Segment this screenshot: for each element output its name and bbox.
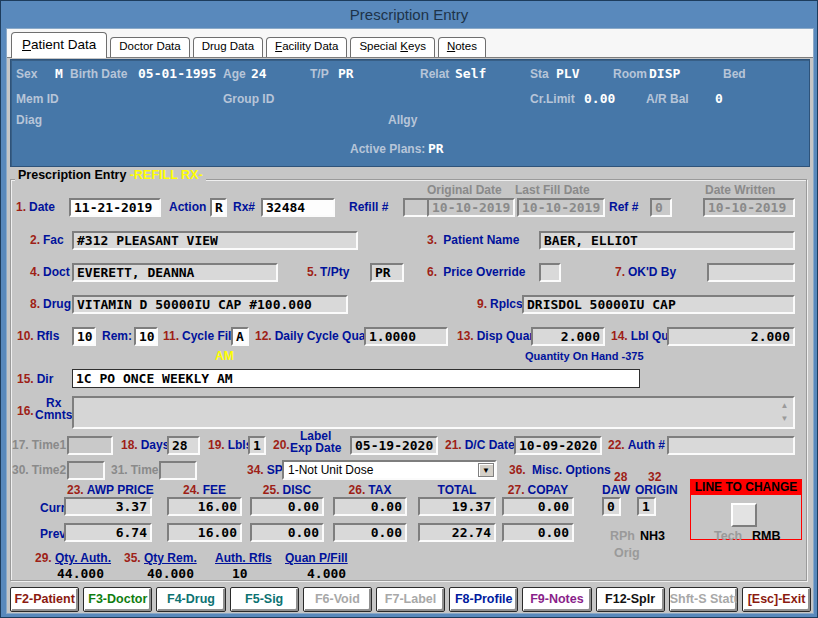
lbl-quan-field[interactable]: 2.000: [667, 327, 795, 346]
time1-label: 17.Time1: [12, 438, 66, 452]
scroll-up-icon[interactable]: ▲: [781, 401, 789, 410]
okd-by-field[interactable]: [707, 263, 795, 282]
refill-number-field[interactable]: [403, 198, 429, 217]
auth-number-label: 22.Auth #: [608, 438, 665, 452]
esc-exit-button[interactable]: [Esc]-Exit: [742, 587, 811, 612]
prev-fee-field: 16.00: [167, 523, 242, 542]
rfls-field[interactable]: 10: [72, 327, 96, 346]
lbls-field[interactable]: 1: [248, 436, 266, 455]
sex-value: M: [55, 66, 63, 81]
window-body: Patient Data Doctor Data Drug Data Facil…: [6, 28, 814, 614]
tab-patient-data[interactable]: Patient Data: [11, 32, 107, 58]
f4-drug-button[interactable]: F4-Drug: [156, 587, 225, 612]
prev-row-label: Prev: [40, 527, 66, 541]
relat-value: Self: [455, 66, 486, 81]
rem-field[interactable]: 10: [134, 327, 158, 346]
relat-label: Relat: [420, 67, 449, 81]
drug-field[interactable]: VITAMIN D 50000IU CAP #100.000: [72, 295, 348, 314]
label-exp-date-field[interactable]: 05-19-2020: [350, 436, 438, 455]
disc-header: 25.DISC: [250, 483, 324, 497]
prev-disc-field: 0.00: [250, 523, 324, 542]
dc-date-field[interactable]: 10-09-2020: [514, 436, 602, 455]
daw-field[interactable]: 0: [602, 497, 621, 516]
doctor-field[interactable]: EVERETT, DEANNA: [72, 263, 278, 282]
tab-notes[interactable]: Notes: [438, 37, 486, 57]
disp-quan-label: 13.Disp Quan: [457, 329, 537, 343]
qty-auth-label: 29. Qty. Auth.: [35, 551, 111, 565]
price-override-label: 6. Price Override: [427, 265, 525, 279]
group-title: Prescription Entry: [18, 168, 126, 182]
tp-label: T/P: [310, 67, 329, 81]
scroll-down-icon[interactable]: ▼: [781, 414, 789, 423]
dir-label: 15.Dir: [17, 372, 53, 386]
time3-label: 31.Time3: [111, 463, 165, 477]
date-field[interactable]: 11-21-2019: [69, 198, 161, 217]
curr-awp-field[interactable]: 3.37: [64, 497, 152, 516]
prev-tax-field: 0.00: [333, 523, 407, 542]
curr-copay-field[interactable]: 0.00: [502, 497, 574, 516]
curr-fee-field[interactable]: 16.00: [167, 497, 242, 516]
shft-s-status-button: Shft-S Status: [669, 587, 738, 612]
cycle-fill-label: 11.Cycle Fill: [163, 329, 235, 343]
prescription-form: Prescription Entry -REFILL RX- Original …: [7, 167, 815, 587]
daily-cycle-quan-field[interactable]: 1.0000: [364, 327, 448, 346]
patient-summary-panel: Sex M Birth Date 05-01-1995 Age 24 T/P P…: [10, 59, 810, 167]
rplcs-field[interactable]: DRISDOL 50000IU CAP: [522, 295, 795, 314]
allgy-label: Allgy: [388, 113, 417, 127]
curr-disc-field[interactable]: 0.00: [250, 497, 324, 516]
rx-cmnts-scrollbar[interactable]: ▲▼: [778, 399, 791, 425]
price-override-field[interactable]: [539, 263, 561, 282]
bed-label: Bed: [723, 67, 746, 81]
tab-strip: Patient Data Doctor Data Drug Data Facil…: [7, 29, 813, 58]
f2-patient-button[interactable]: F2-Patient: [10, 587, 79, 612]
okd-by-label: 7.OK'D By: [615, 265, 676, 279]
awp-price-header: 23.AWP PRICE: [67, 483, 153, 497]
window-title: Prescription Entry: [1, 1, 817, 28]
origin-num: 32: [648, 470, 664, 484]
tab-facility-data[interactable]: Facility Data: [266, 37, 347, 57]
tab-special-keys[interactable]: Special Keys: [350, 37, 435, 57]
rx-number-label: Rx#: [233, 200, 255, 214]
fac-label: 2.Fac: [30, 233, 64, 247]
tpty-field[interactable]: PR: [370, 263, 404, 282]
spi-dropdown[interactable]: 1-Not Unit Dose ▼: [282, 460, 497, 480]
days-field[interactable]: 28: [167, 436, 200, 455]
rplcs-label: 9.Rplcs: [477, 297, 523, 311]
tab-doctor-data[interactable]: Doctor Data: [110, 37, 189, 57]
f12-splr-button[interactable]: F12-Splr: [596, 587, 665, 612]
f7-label-button: F7-Label: [376, 587, 445, 612]
cycle-fill-field[interactable]: A: [231, 327, 249, 346]
dropdown-arrow-icon[interactable]: ▼: [478, 463, 494, 477]
last-fill-date-label: Last Fill Date: [515, 183, 590, 197]
date-written-field: 10-10-2019: [703, 198, 795, 217]
function-key-bar: F2-Patient F3-Doctor F4-Drug F5-Sig F6-V…: [10, 587, 811, 612]
tp-value: PR: [338, 66, 354, 81]
curr-tax-field[interactable]: 0.00: [333, 497, 407, 516]
auth-number-field[interactable]: [667, 436, 795, 455]
curr-row-label: Curr: [40, 501, 65, 515]
f8-profile-button[interactable]: F8-Profile: [449, 587, 518, 612]
patient-name-field[interactable]: BAER, ELLIOT: [539, 231, 795, 250]
tab-drug-data[interactable]: Drug Data: [193, 37, 263, 57]
f9-notes-button[interactable]: F9-Notes: [522, 587, 591, 612]
action-field[interactable]: R: [210, 198, 227, 217]
daily-cycle-quan-label: 12.Daily Cycle Quan: [255, 329, 373, 343]
dir-field[interactable]: 1C PO ONCE WEEKLY AM: [72, 369, 640, 388]
active-plans-value: PR: [428, 141, 444, 156]
original-date-field: 10-10-2019: [427, 198, 515, 217]
origin-field[interactable]: 1: [637, 497, 656, 516]
qty-auth-value: 44.000: [57, 566, 104, 581]
qty-rem-value: 40.000: [147, 566, 194, 581]
line-to-change-field[interactable]: [731, 503, 757, 527]
time2-field: [67, 461, 105, 480]
age-label: Age: [223, 67, 246, 81]
rx-number-field[interactable]: 32484: [261, 198, 335, 217]
rx-cmnts-field[interactable]: ▲▼: [72, 396, 795, 429]
disp-quan-field[interactable]: 2.000: [531, 327, 605, 346]
line-to-change-header: LINE TO CHANGE: [691, 480, 801, 495]
rph-label: RPh: [610, 529, 635, 543]
f3-doctor-button[interactable]: F3-Doctor: [83, 587, 152, 612]
facility-field[interactable]: #312 PLEASANT VIEW: [72, 231, 358, 250]
time2-label: 30.Time2: [12, 463, 66, 477]
f5-sig-button[interactable]: F5-Sig: [230, 587, 299, 612]
